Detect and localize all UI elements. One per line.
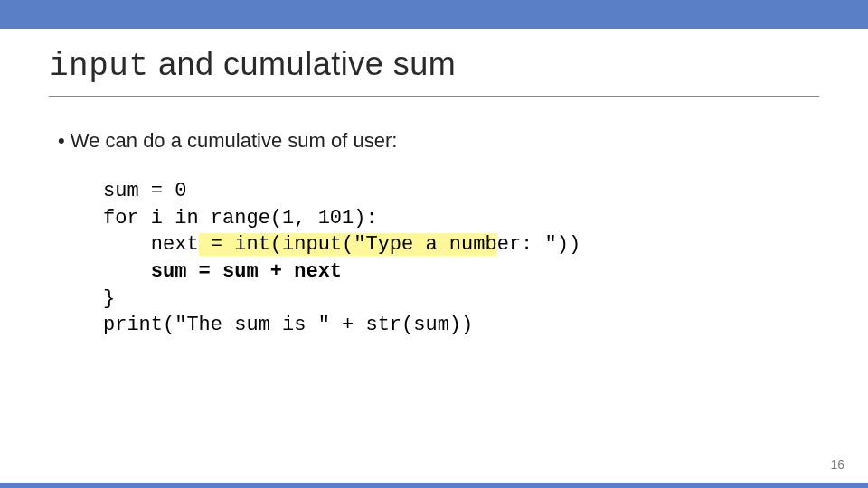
page-number: 16 xyxy=(830,457,844,472)
code-line-4: sum = sum + next xyxy=(103,258,819,286)
bullet-text: We can do a cumulative sum of user: xyxy=(58,129,819,153)
top-accent-bar xyxy=(0,0,868,29)
slide-title: input and cumulative sum xyxy=(49,45,819,97)
bottom-accent-bar xyxy=(0,483,868,488)
code-line-3c: er: ")) xyxy=(497,233,580,256)
code-line-3: next = int(input("Type a number: ")) xyxy=(103,231,819,258)
code-line-3-highlight: = int(input("Type a numb xyxy=(199,233,497,256)
code-line-6: print("The sum is " + str(sum)) xyxy=(103,312,819,339)
title-code-word: input xyxy=(49,48,149,85)
code-line-1: sum = 0 xyxy=(103,178,819,205)
code-line-2: for i in range(1, 101): xyxy=(103,205,819,232)
code-line-3a: next xyxy=(103,233,199,256)
title-rest: and cumulative sum xyxy=(149,45,457,82)
code-block: sum = 0for i in range(1, 101): next = in… xyxy=(103,178,819,339)
code-line-5: } xyxy=(103,286,819,313)
slide-content: input and cumulative sum We can do a cum… xyxy=(0,45,868,339)
